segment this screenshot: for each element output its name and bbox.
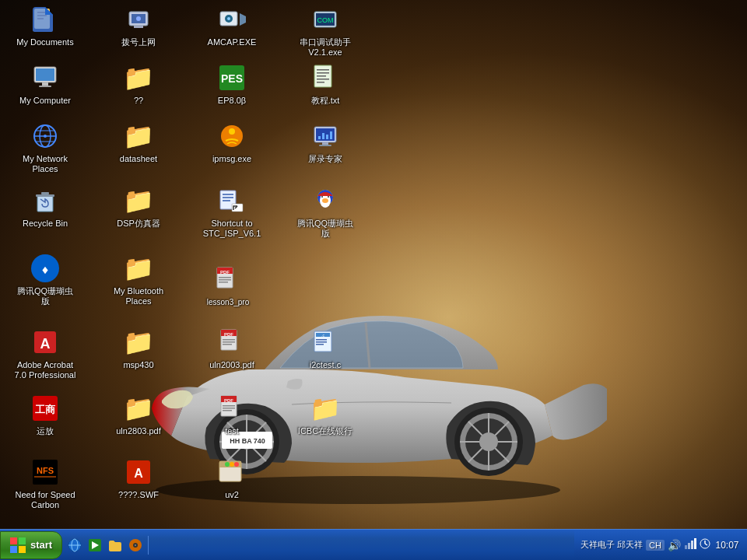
unknown-folder-icon: 📁 [123, 62, 154, 93]
icon-ep8[interactable]: PES EP8.0β [201, 62, 263, 106]
quick-launch [65, 536, 149, 555]
svg-rect-25 [36, 68, 54, 81]
folder-icon[interactable] [106, 536, 124, 555]
svg-rect-79 [223, 408, 235, 409]
svg-point-33 [44, 135, 47, 138]
bluetooth-icon: ⬧ [30, 253, 61, 284]
icbc-icon: 工商 [30, 393, 61, 424]
icon-my-documents[interactable]: My Documents [14, 4, 76, 47]
icon-nfs-carbon[interactable]: NFS Need for Speed Carbon [14, 457, 76, 510]
recycle-bin-icon [30, 185, 61, 216]
icon-stc-shortcut[interactable]: Shortcut to STC_ISP_V6.1 [201, 185, 263, 239]
clock-icon[interactable] [700, 538, 710, 551]
start-button[interactable]: start [0, 531, 62, 559]
svg-rect-92 [317, 75, 326, 77]
language-indicator[interactable]: CH [646, 540, 665, 551]
svg-rect-80 [223, 410, 232, 411]
stc-label: Shortcut to STC_ISP_V6.1 [201, 219, 263, 239]
lesson3-label: My Bluetooth Places [107, 286, 170, 306]
svg-point-53 [227, 17, 230, 20]
svg-text:A: A [134, 467, 143, 480]
my-documents-icon [30, 4, 61, 35]
svg-text:PES: PES [221, 72, 243, 85]
unknown-label: ?? [134, 96, 143, 106]
ie-icon[interactable] [65, 536, 84, 555]
icon-dsp-tools[interactable]: 📁 DSP仿真器 [107, 185, 170, 229]
test-folder-label: ICBC在线银行 [298, 426, 352, 436]
icon-qq-lite[interactable]: 腾讯QQ珊瑚虫版 [294, 185, 356, 239]
icon-uln2803[interactable]: PDF test [201, 393, 263, 436]
icon-msp430[interactable]: 📁 msp430 [107, 327, 170, 370]
svg-text:工商: 工商 [35, 404, 56, 415]
svg-point-85 [225, 462, 230, 467]
icon-recycle-bin[interactable]: Recycle Bin [14, 185, 76, 229]
icon-test-folder[interactable]: 📁 ICBC在线银行 [294, 393, 356, 436]
svg-text:COM: COM [317, 16, 334, 24]
flash-label: ????.SWF [118, 490, 159, 500]
desktop: HH BA 740 [0, 0, 747, 529]
svg-rect-97 [322, 142, 328, 145]
icon-adobe-acrobat[interactable]: A Adobe Acrobat 7.0 Professional [14, 327, 76, 380]
icon-dialup[interactable]: 拨号上网 [107, 4, 170, 47]
svg-rect-46 [134, 26, 143, 28]
msp430-label: msp430 [123, 360, 153, 370]
svg-point-17 [479, 432, 498, 451]
winamp-icon[interactable] [86, 536, 104, 555]
volume-icon[interactable]: 🔊 [668, 539, 681, 551]
svg-rect-130 [688, 543, 690, 549]
dialup-label: 拨号上网 [121, 37, 156, 47]
icon-i2ctest[interactable]: .c i2ctest.c [294, 327, 356, 370]
icon-tutorial[interactable]: 教程.txt [294, 62, 356, 106]
icon-my-network[interactable]: My Network Places [14, 121, 76, 174]
nfs-icon: NFS [30, 457, 61, 488]
uln2803-label: test [225, 426, 239, 436]
icon-yunfang[interactable]: 📁 uln2803.pdf [107, 393, 170, 436]
start-label: start [30, 539, 52, 551]
icon-my-computer[interactable]: My Computer [14, 62, 76, 106]
icon-lesson3[interactable]: 📁 My Bluetooth Places [107, 253, 170, 306]
svg-text:HH BA 740: HH BA 740 [230, 437, 265, 445]
yunfang-icon: 📁 [123, 393, 154, 424]
uv2-icon [216, 457, 247, 488]
uln2003-icon: PDF [216, 327, 247, 358]
icon-amcap[interactable]: AMCAP.EXE [201, 4, 263, 47]
dsp-icon: 📁 [123, 185, 154, 216]
svg-rect-74 [223, 344, 232, 345]
icon-screen-expert[interactable]: 屏录专家 [294, 121, 356, 164]
svg-rect-90 [317, 69, 329, 71]
svg-rect-100 [322, 133, 324, 139]
icon-bluetooth[interactable]: ⬧ 腾讯QQ珊瑚虫版 [14, 253, 76, 306]
icon-serial-tool[interactable]: COM 串口调试助手V2.1.exe [294, 4, 356, 58]
icon-ipmsg[interactable]: ipmsg.exe [201, 121, 263, 164]
svg-rect-68 [219, 282, 228, 283]
svg-rect-102 [330, 131, 332, 139]
taskbar: start [0, 529, 747, 560]
svg-rect-66 [219, 277, 231, 278]
media-icon[interactable] [126, 536, 145, 555]
icon-flash-swf[interactable]: A ????.SWF [107, 457, 170, 500]
i2ctest-icon: .c [310, 327, 341, 358]
svg-text:PDF: PDF [224, 332, 233, 337]
icon-icbc[interactable]: 工商 运放 [14, 393, 76, 436]
svg-line-135 [705, 544, 707, 545]
icon-jtx-board[interactable]: PDF lesson3_pro [166, 264, 290, 307]
svg-rect-132 [694, 538, 696, 549]
svg-rect-120 [19, 546, 26, 553]
acrobat-icon: A [30, 327, 61, 358]
svg-rect-118 [19, 537, 26, 544]
acrobat-label: Adobe Acrobat 7.0 Professional [14, 360, 76, 380]
icon-uv2[interactable]: uv2 [201, 457, 263, 500]
icon-uln2003[interactable]: PDF uln2003.pdf [201, 327, 263, 370]
uv2-label: uv2 [225, 490, 239, 500]
network-tray-icon[interactable] [684, 537, 696, 552]
icon-unknown[interactable]: 📁 ?? [107, 62, 170, 106]
screen-expert-icon [310, 121, 341, 152]
msp430-icon: 📁 [123, 327, 154, 358]
icon-datasheet[interactable]: 📁 datasheet [107, 121, 170, 164]
svg-text:PDF: PDF [220, 270, 230, 275]
svg-rect-91 [317, 72, 329, 74]
svg-rect-119 [10, 546, 17, 553]
my-documents-label: My Documents [16, 37, 73, 47]
dialup-icon [123, 4, 154, 35]
flash-icon: A [123, 457, 154, 488]
